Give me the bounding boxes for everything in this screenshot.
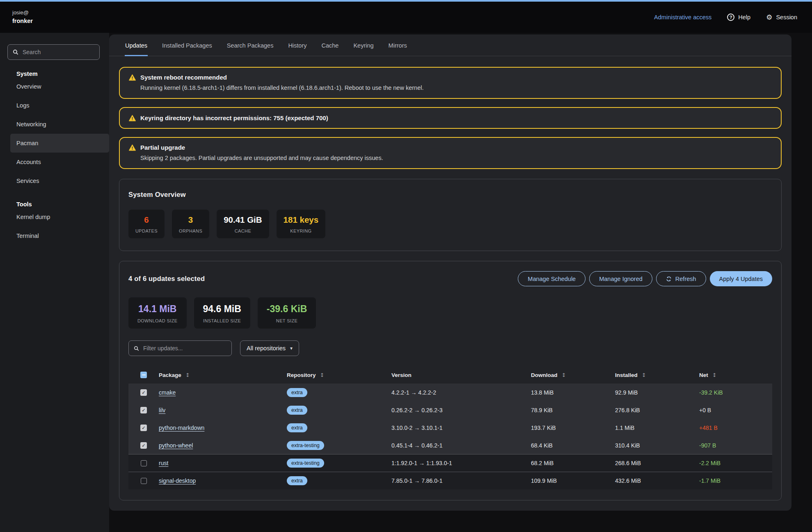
package-link[interactable]: python-wheel <box>159 442 193 449</box>
row-checkbox[interactable]: ✓ <box>140 425 147 431</box>
alert-title: System reboot recommended <box>140 74 227 81</box>
row-checkbox[interactable] <box>141 478 147 484</box>
package-link[interactable]: lilv <box>159 407 165 413</box>
alert-title: Keyring directory has incorrect permissi… <box>140 114 328 121</box>
alert-title: Partial upgrade <box>140 144 185 151</box>
tab-installed-packages[interactable]: Installed Packages <box>162 34 213 56</box>
net-cell: -907 B <box>699 442 772 449</box>
row-checkbox[interactable]: ✓ <box>140 407 147 413</box>
sidebar-item-overview[interactable]: Overview <box>0 77 109 96</box>
sidebar-item-accounts[interactable]: Accounts <box>0 153 109 171</box>
session-label: Session <box>776 14 797 21</box>
sidebar-item-kernel-dump[interactable]: Kernel dump <box>0 208 109 226</box>
sort-icon: ↕ <box>320 372 325 378</box>
net-cell: +0 B <box>699 407 772 413</box>
session-menu[interactable]: ⚙ Session <box>766 14 797 21</box>
column-header-net[interactable]: Net ↕ <box>699 372 772 378</box>
column-header-repository[interactable]: Repository ↕ <box>287 372 391 378</box>
installed-cell: 432.6 MiB <box>615 477 699 484</box>
table-row: ✓ lilv extra 0.26.2-2 → 0.26.2-3 78.9 Ki… <box>128 401 772 419</box>
stat-updates: 6 UPDATES <box>128 210 165 238</box>
installed-cell: 310.4 KiB <box>615 442 699 449</box>
repository-dropdown[interactable]: All repositories ▾ <box>240 340 299 356</box>
help-menu[interactable]: ? Help <box>727 14 750 21</box>
manage-ignored-button[interactable]: Manage Ignored <box>589 271 652 286</box>
column-header-download[interactable]: Download ↕ <box>531 372 615 378</box>
host-switcher[interactable]: josie@ fronker <box>12 9 33 25</box>
version-cell: 1:1.92.0-1 → 1:1.93.0-1 <box>391 460 531 466</box>
stat-keyring: 181 keys KEYRING <box>277 210 326 238</box>
row-checkbox[interactable]: ✓ <box>140 389 147 396</box>
package-link[interactable]: signal-desktop <box>159 477 196 484</box>
package-link[interactable]: rust <box>159 460 168 466</box>
administrative-access-link[interactable]: Administrative access <box>654 14 711 21</box>
download-cell: 109.9 MiB <box>531 477 615 484</box>
sort-icon: ↕ <box>712 372 717 378</box>
select-all-checkbox[interactable] <box>140 372 147 378</box>
net-cell: -2.2 MiB <box>699 460 772 466</box>
stat-value: 3 <box>179 215 202 225</box>
alert-description: Running kernel (6.18.5-arch1-1) differs … <box>140 84 772 91</box>
download-cell: 68.4 KiB <box>531 442 615 449</box>
download-cell: 68.2 MiB <box>531 460 615 466</box>
table-row: ✓ python-wheel extra-testing 0.45.1-4 → … <box>128 436 772 454</box>
row-checkbox[interactable] <box>141 460 147 466</box>
column-header-package[interactable]: Package ↕ <box>159 372 287 378</box>
stat-label: UPDATES <box>135 228 158 233</box>
stat-value: -39.6 KiB <box>267 304 307 315</box>
stat-value: 6 <box>135 215 158 225</box>
column-label: Version <box>391 372 412 378</box>
package-link[interactable]: cmake <box>159 389 176 396</box>
warning-icon <box>129 115 136 121</box>
sidebar-item-terminal[interactable]: Terminal <box>0 226 109 245</box>
repository-badge: extra <box>287 388 307 397</box>
masthead: josie@ fronker Administrative access ? H… <box>0 2 812 33</box>
refresh-icon <box>666 276 672 282</box>
tab-history[interactable]: History <box>288 34 307 56</box>
stat-label: NET SIZE <box>267 318 307 323</box>
repository-badge: extra <box>287 423 307 432</box>
stat-label: INSTALLED SIZE <box>203 318 241 323</box>
sidebar-item-services[interactable]: Services <box>0 171 109 190</box>
column-label: Installed <box>615 372 638 378</box>
table-row: rust extra-testing 1:1.92.0-1 → 1:1.93.0… <box>128 454 772 472</box>
stat-value: 94.6 MiB <box>203 304 241 315</box>
masthead-user: josie@ <box>12 9 33 17</box>
tab-search-packages[interactable]: Search Packages <box>226 34 274 56</box>
stat-value: 181 keys <box>284 215 319 225</box>
tab-keyring[interactable]: Keyring <box>353 34 374 56</box>
stat-label: KEYRING <box>284 228 319 233</box>
version-cell: 4.2.2-1 → 4.2.2-2 <box>391 389 531 396</box>
help-icon: ? <box>727 14 734 21</box>
stat-value: 14.1 MiB <box>137 304 178 315</box>
column-label: Package <box>159 372 181 378</box>
column-label: Repository <box>287 372 316 378</box>
row-checkbox[interactable]: ✓ <box>140 442 147 449</box>
filter-box <box>128 340 232 356</box>
column-label: Net <box>699 372 708 378</box>
help-label: Help <box>738 14 750 21</box>
tab-cache[interactable]: Cache <box>321 34 339 56</box>
filter-updates-input[interactable] <box>143 345 226 352</box>
sidebar-item-pacman[interactable]: Pacman <box>10 134 109 153</box>
alert-description: Skipping 2 packages. Partial upgrades ar… <box>140 155 772 161</box>
sidebar-item-logs[interactable]: Logs <box>0 96 109 115</box>
sidebar-item-networking[interactable]: Networking <box>0 115 109 134</box>
refresh-button[interactable]: Refresh <box>656 271 706 286</box>
apply-updates-button[interactable]: Apply 4 Updates <box>710 271 772 286</box>
package-link[interactable]: python-markdown <box>159 425 204 431</box>
tab-updates[interactable]: Updates <box>125 34 148 56</box>
tab-mirrors[interactable]: Mirrors <box>388 34 407 56</box>
column-header-installed[interactable]: Installed ↕ <box>615 372 699 378</box>
installed-cell: 268.6 MiB <box>615 460 699 466</box>
repository-badge: extra-testing <box>287 459 324 468</box>
table-row: ✓ python-markdown extra 3.10.0-2 → 3.10.… <box>128 419 772 436</box>
tab-bar: Updates Installed Packages Search Packag… <box>109 34 791 56</box>
table-row: ✓ cmake extra 4.2.2-1 → 4.2.2-2 13.8 MiB… <box>128 384 772 401</box>
download-cell: 193.7 KiB <box>531 425 615 431</box>
manage-schedule-button[interactable]: Manage Schedule <box>518 271 586 286</box>
stat-installed-size: 94.6 MiB INSTALLED SIZE <box>194 297 250 329</box>
content-area: Updates Installed Packages Search Packag… <box>109 33 812 532</box>
version-cell: 7.85.0-1 → 7.86.0-1 <box>391 477 531 484</box>
sidebar-search-input[interactable] <box>23 49 94 55</box>
